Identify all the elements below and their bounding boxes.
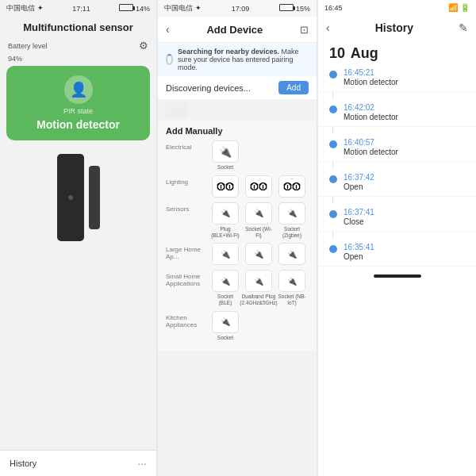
socket-ble-label: Socket (BLE) (210, 294, 240, 306)
plug-ble-wifi-icon: 🔌 (212, 202, 239, 225)
dualband-label: Dualband Plug (2.4GHz&5GHz) (240, 294, 277, 306)
sensor-small (89, 166, 100, 229)
history-item: 16:42:02 Motion detector (318, 98, 476, 127)
timeline-line (332, 127, 333, 133)
timeline-dot (329, 245, 337, 253)
device-placeholder (166, 102, 188, 118)
history-time: 16:45:21 (344, 68, 398, 77)
searching-bar: Searching for nearby devices. Make sure … (158, 43, 317, 76)
device-item-light1[interactable]: ⏼⏼ (210, 175, 240, 198)
history-row[interactable]: History ··· (0, 450, 156, 476)
category-label-lighting: Lighting (166, 175, 207, 186)
large1-icon: 🔌 (212, 243, 239, 265)
device-item-socket[interactable]: 🔌 Socket (210, 140, 240, 171)
more-icon[interactable]: ··· (137, 457, 147, 470)
page-title-1: Multifunctional sensor (23, 21, 133, 33)
category-electrical: Electrical 🔌 Socket (166, 140, 309, 171)
history-event: Motion detector (344, 78, 398, 86)
page-title-3: History (330, 21, 459, 34)
device-plug-ble-wifi[interactable]: 🔌 Plug (BLE+Wi-Fi) (210, 202, 240, 239)
history-item-content: 16:37:42 Open (344, 173, 374, 191)
device-item-light2[interactable]: ⏼⏼ (244, 175, 274, 198)
battery-row: Battery level ⚙ (0, 38, 156, 55)
device-large2[interactable]: 🔌 (244, 243, 274, 265)
device-item-light3[interactable]: ⏼⏼ (277, 175, 307, 198)
sensor-body (57, 154, 84, 241)
add-button[interactable]: Add (278, 81, 309, 94)
discovering-row: Discovering devices... Add (158, 76, 317, 99)
socket-wifi-label: Socket (Wi-Fi) (244, 226, 274, 239)
signal-icons-3: 📶 🔋 (448, 3, 470, 12)
device-socket-zigbee[interactable]: 🔌 Socket (Zigbee) (277, 202, 307, 239)
socket-label: Socket (217, 164, 233, 171)
history-item: 16:45:21 Motion detector (318, 63, 476, 92)
timeline-dot (329, 106, 337, 113)
socket-wifi-icon: 🔌 (245, 202, 272, 225)
status-bar-2: 中国电信 ✦ 17:09 15% (158, 0, 317, 17)
timeline-line (332, 162, 333, 168)
edit-icon[interactable]: ✎ (459, 21, 468, 34)
settings-icon[interactable]: ⚙ (139, 40, 148, 52)
device-dualband[interactable]: 🔌 Dualband Plug (2.4GHz&5GHz) (244, 270, 274, 306)
socket-icon: 🔌 (212, 140, 239, 163)
category-label-kitchen: Kitchen Appliances (166, 311, 207, 328)
date-header: 10 Aug (318, 40, 476, 63)
socket-nb-label: Socket (NB-IoT) (277, 294, 307, 306)
category-label-sensors: Sensors (166, 202, 207, 213)
light3-icon: ⏼⏼ (278, 175, 305, 198)
battery-indicator-2: 15% (279, 4, 310, 13)
history-time: 16:37:42 (344, 173, 374, 182)
battery-value: 94% (8, 55, 22, 63)
status-bar-1: 中国电信 ✦ 17:11 14% (0, 0, 156, 17)
device-kitchen-socket[interactable]: 🔌 Socket (210, 311, 240, 341)
socket-ble-icon: 🔌 (212, 270, 239, 292)
history-label: History (10, 459, 36, 468)
history-item-content: 16:37:41 Close (344, 208, 374, 226)
history-time: 16:37:41 (344, 208, 374, 217)
device-large1[interactable]: 🔌 (210, 243, 240, 265)
page-title-2: Add Device (170, 24, 300, 36)
timeline-dot (329, 210, 337, 218)
scan-icon[interactable]: ⊡ (300, 24, 309, 36)
pir-label: PIR state (63, 107, 93, 115)
kitchen-socket-label: Socket (217, 335, 233, 341)
p1-header: Multifunctional sensor (0, 17, 156, 38)
panel-history: 16:45 📶 🔋 ‹ History ✎ 10 Aug 16:45:21 Mo… (318, 0, 476, 476)
home-indicator (374, 274, 421, 278)
device-large3[interactable]: 🔌 (277, 243, 307, 265)
discovering-text: Discovering devices... (166, 83, 251, 93)
device-socket-nb[interactable]: 🔌 Socket (NB-IoT) (277, 270, 307, 306)
timeline-line (332, 232, 333, 238)
history-event: Close (344, 217, 374, 226)
light2-icon: ⏼⏼ (245, 175, 272, 198)
add-manually-title: Add Manually (166, 126, 309, 136)
history-item-content: 16:42:02 Motion detector (344, 103, 398, 121)
history-event: Motion detector (344, 148, 398, 156)
searching-text: Searching for nearby devices. Make sure … (178, 48, 309, 71)
p3-header: ‹ History ✎ (318, 15, 476, 40)
time-1: 17:11 (72, 5, 90, 13)
category-small-home: Small Home Applications 🔌 Socket (BLE) 🔌… (166, 270, 309, 306)
add-manually-section: Add Manually Electrical 🔌 Socket Lightin… (158, 121, 317, 351)
timeline-dot (329, 71, 337, 79)
category-label-electrical: Electrical (166, 140, 207, 151)
battery-label: Battery level (8, 42, 48, 50)
device-socket-wifi[interactable]: 🔌 Socket (Wi-Fi) (244, 202, 274, 239)
large3-icon: 🔌 (278, 243, 305, 265)
panel-sensor: 中国电信 ✦ 17:11 14% Multifunctional sensor … (0, 0, 156, 476)
category-kitchen: Kitchen Appliances 🔌 Socket (166, 311, 309, 341)
dualband-icon: 🔌 (245, 270, 272, 292)
timeline-line (332, 197, 333, 203)
battery-indicator-1: 14% (119, 4, 150, 13)
battery-value-row: 94% (0, 55, 156, 66)
device-socket-ble[interactable]: 🔌 Socket (BLE) (210, 270, 240, 306)
large2-icon: 🔌 (245, 243, 272, 265)
history-event: Motion detector (344, 113, 398, 121)
history-item: 16:37:42 Open (318, 168, 476, 197)
timeline-dot (329, 175, 337, 183)
category-sensors: Sensors 🔌 Plug (BLE+Wi-Fi) 🔌 Socket (Wi-… (166, 202, 309, 239)
socket-nb-icon: 🔌 (278, 270, 305, 292)
timeline-dot (329, 140, 337, 148)
history-event: Open (344, 182, 374, 191)
time-3: 16:45 (324, 4, 343, 12)
